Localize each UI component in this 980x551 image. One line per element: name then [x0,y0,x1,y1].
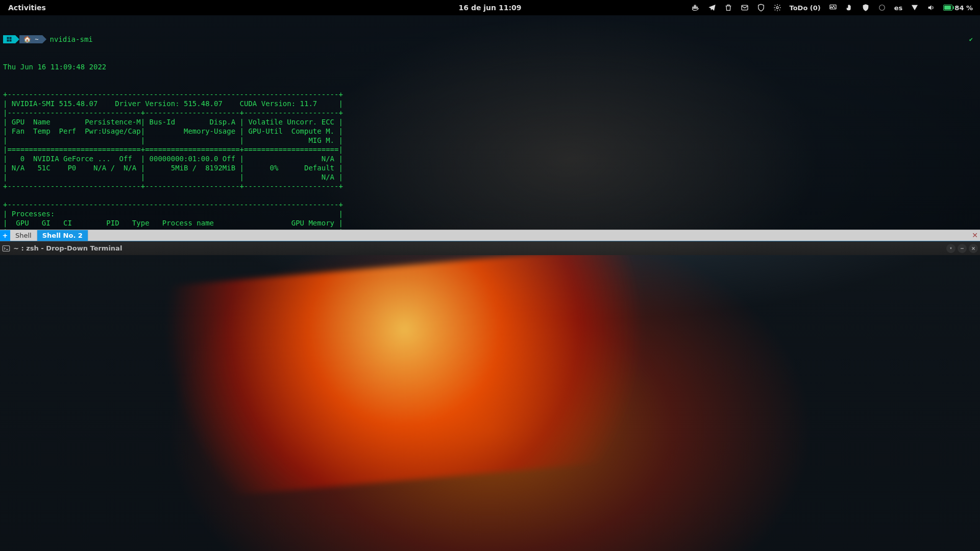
tab-shell-1[interactable]: Shell [10,230,37,241]
close-button[interactable] [969,244,978,253]
settings-gear-icon[interactable] [773,4,781,12]
clock-button[interactable]: 16 de jun 11:09 [459,4,522,12]
svg-rect-2 [694,5,696,7]
mail-icon[interactable] [741,4,749,12]
svg-rect-8 [7,37,9,39]
telegram-icon[interactable] [708,4,716,12]
minimize-button[interactable] [958,244,967,253]
window-title: ~ : zsh - Drop-Down Terminal [13,244,122,252]
hand-icon[interactable] [845,4,853,12]
privacy-shield-icon[interactable] [862,4,870,12]
monitor-icon[interactable] [829,4,837,12]
nvidia-smi-output: +---------------------------------------… [3,90,980,230]
prompt-status-icon: ✔ [969,35,973,44]
network-icon[interactable] [911,4,919,12]
svg-rect-16 [3,245,9,251]
svg-point-7 [879,5,885,11]
terminal-app-icon [2,244,10,253]
keyboard-layout-indicator[interactable]: es [894,4,903,12]
command-timestamp: Thu Jun 16 11:09:48 2022 [3,62,980,71]
svg-rect-9 [10,37,12,39]
volume-icon[interactable] [927,4,935,12]
svg-rect-10 [7,40,9,42]
tab-shell-2[interactable]: Shell No. 2 [37,230,88,241]
prompt-os-segment [3,35,15,43]
gnome-top-bar: Activities 16 de jun 11:09 ToDo (0) es 8… [0,0,980,15]
svg-point-5 [776,7,778,9]
terminal-title-bar: ~ : zsh - Drop-Down Terminal [0,241,980,255]
todo-indicator[interactable]: ToDo (0) [790,4,821,12]
new-tab-button[interactable]: + [0,230,10,241]
activities-button[interactable]: Activities [3,4,51,12]
battery-percentage: 84 % [954,4,973,12]
circle-indicator-icon[interactable] [878,4,886,12]
tab-close-button[interactable]: ✕ [972,231,978,239]
svg-rect-11 [10,40,12,42]
svg-rect-1 [694,7,696,9]
svg-rect-3 [696,7,697,9]
prompt-path-segment: 🏠 ~ [19,35,42,43]
terminal-tab-bar: + Shell Shell No. 2 ✕ [0,230,980,241]
terminal-pane[interactable]: 🏠 ~ nvidia-smi ✔ Thu Jun 16 11:09:48 202… [0,15,980,230]
shield-icon[interactable] [757,4,765,12]
system-tray: ToDo (0) es 84 % [692,4,977,12]
svg-rect-0 [693,7,694,9]
battery-indicator[interactable]: 84 % [943,4,973,12]
trash-icon[interactable] [724,4,732,12]
battery-icon [943,5,952,11]
command-text: nvidia-smi [50,35,92,44]
docker-icon[interactable] [692,4,700,12]
pin-button[interactable] [946,244,955,253]
dropdown-terminal-window: 🏠 ~ nvidia-smi ✔ Thu Jun 16 11:09:48 202… [0,15,980,255]
